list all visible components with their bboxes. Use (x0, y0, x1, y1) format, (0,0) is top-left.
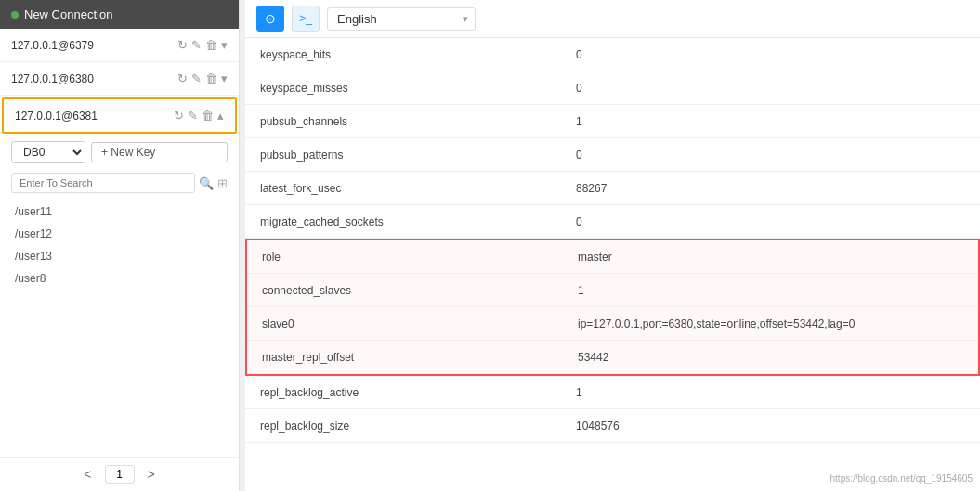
key-item-1[interactable]: /user12 (0, 223, 239, 245)
delete-icon-3[interactable]: 🗑 (202, 109, 214, 123)
row-key: connected_slaves (247, 277, 563, 304)
next-page-button[interactable]: > (142, 465, 161, 484)
chevron-up-icon-3[interactable]: ▴ (217, 109, 224, 123)
grid-view-icon: ⊙ (265, 11, 276, 26)
row-value: ip=127.0.0.1,port=6380,state=online,offs… (563, 310, 978, 338)
table-row: migrate_cached_sockets 0 (245, 205, 980, 239)
edit-icon-2[interactable]: ✎ (191, 71, 202, 85)
row-value: 1 (561, 108, 980, 136)
sidebar-header: New Connection (0, 0, 239, 29)
refresh-icon-3[interactable]: ↻ (174, 109, 184, 123)
row-value: 0 (561, 141, 980, 169)
table-row: keyspace_hits 0 (245, 38, 980, 71)
row-value: 1048576 (561, 412, 980, 440)
language-select-wrapper: English Chinese Japanese (327, 7, 476, 31)
prev-page-button[interactable]: < (78, 465, 97, 484)
row-key: keyspace_hits (245, 41, 561, 69)
search-bar: 🔍 ⊞ (0, 169, 239, 197)
edit-icon-3[interactable]: ✎ (188, 109, 198, 123)
connection-actions-2: ↻ ✎ 🗑 ▾ (177, 71, 228, 85)
row-value: 0 (561, 41, 980, 69)
search-icon[interactable]: 🔍 (199, 176, 214, 190)
row-key: pubsub_channels (245, 108, 561, 136)
terminal-icon: >_ (299, 12, 312, 25)
search-input[interactable] (11, 173, 195, 193)
delete-icon-1[interactable]: 🗑 (205, 38, 217, 52)
db-select[interactable]: DB0 DB1 DB2 (11, 141, 85, 163)
edit-icon-1[interactable]: ✎ (191, 38, 202, 52)
row-value: 0 (561, 74, 980, 102)
row-key: migrate_cached_sockets (245, 208, 561, 236)
connection-name-2: 127.0.0.1@6380 (11, 72, 94, 85)
row-value: 1 (563, 277, 978, 304)
data-table: keyspace_hits 0 keyspace_misses 0 pubsub… (245, 38, 980, 491)
table-row: pubsub_patterns 0 (245, 138, 980, 172)
row-value: 88267 (561, 174, 980, 202)
top-bar: ⊙ >_ English Chinese Japanese (245, 0, 980, 38)
refresh-icon-1[interactable]: ↻ (177, 38, 188, 52)
table-row: repl_backlog_active 1 (245, 376, 980, 409)
connection-item-3[interactable]: 127.0.0.1@6381 ↻ ✎ 🗑 ▴ (2, 97, 237, 134)
connection-actions-1: ↻ ✎ 🗑 ▾ (177, 38, 228, 52)
connection-item-1[interactable]: 127.0.0.1@6379 ↻ ✎ 🗑 ▾ (0, 29, 239, 62)
pagination: < > (0, 457, 239, 491)
row-value: master (563, 243, 978, 271)
highlighted-row-offset: master_repl_offset 53442 (247, 341, 978, 374)
row-value: 1 (561, 379, 980, 407)
db-bar: DB0 DB1 DB2 + New Key (0, 136, 239, 169)
row-value: 0 (561, 208, 980, 236)
connection-name-1: 127.0.0.1@6379 (11, 39, 94, 52)
language-select[interactable]: English Chinese Japanese (327, 7, 476, 31)
connection-item-2[interactable]: 127.0.0.1@6380 ↻ ✎ 🗑 ▾ (0, 62, 239, 96)
highlighted-row-slave0: slave0 ip=127.0.0.1,port=6380,state=onli… (247, 307, 978, 341)
row-key: slave0 (247, 310, 563, 338)
grid-icon[interactable]: ⊞ (217, 176, 228, 190)
chevron-down-icon-1[interactable]: ▾ (221, 38, 228, 52)
highlighted-group: role master connected_slaves 1 slave0 ip… (245, 239, 980, 376)
row-key: latest_fork_usec (245, 174, 561, 202)
table-row: keyspace_misses 0 (245, 71, 980, 105)
refresh-icon-2[interactable]: ↻ (177, 71, 188, 85)
row-key: keyspace_misses (245, 74, 561, 102)
key-item-2[interactable]: /user13 (0, 245, 239, 267)
highlighted-row-slaves: connected_slaves 1 (247, 274, 978, 307)
page-number-input[interactable] (105, 465, 135, 484)
connection-status-dot (11, 11, 19, 19)
chevron-down-icon-2[interactable]: ▾ (221, 71, 228, 85)
table-row: pubsub_channels 1 (245, 105, 980, 138)
key-item-3[interactable]: /user8 (0, 267, 239, 290)
row-key: repl_backlog_size (245, 412, 561, 440)
row-key: role (247, 243, 563, 271)
row-key: repl_backlog_active (245, 379, 561, 407)
key-item-0[interactable]: /user11 (0, 200, 239, 223)
new-key-button[interactable]: + New Key (91, 142, 228, 162)
connection-actions-3: ↻ ✎ 🗑 ▴ (174, 109, 224, 123)
view-btn-1[interactable]: ⊙ (256, 6, 284, 32)
view-btn-2[interactable]: >_ (292, 6, 320, 32)
row-key: pubsub_patterns (245, 141, 561, 169)
sidebar-title: New Connection (24, 7, 112, 21)
main-content: ⊙ >_ English Chinese Japanese keyspace_h… (245, 0, 980, 491)
table-row: latest_fork_usec 88267 (245, 172, 980, 205)
highlighted-row-role: role master (247, 240, 978, 274)
key-list: /user11 /user12 /user13 /user8 (0, 197, 239, 457)
table-row: repl_backlog_size 1048576 (245, 409, 980, 443)
search-icons: 🔍 ⊞ (199, 176, 228, 190)
sidebar: New Connection 127.0.0.1@6379 ↻ ✎ 🗑 ▾ 12… (0, 0, 240, 491)
delete-icon-2[interactable]: 🗑 (205, 71, 217, 85)
row-value: 53442 (563, 343, 978, 371)
connection-name-3: 127.0.0.1@6381 (15, 110, 98, 123)
watermark: https://blog.csdn.net/qq_19154605 (830, 473, 973, 484)
row-key: master_repl_offset (247, 343, 563, 371)
